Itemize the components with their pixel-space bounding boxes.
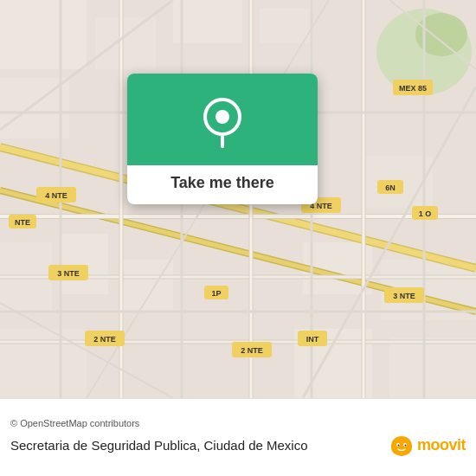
svg-text:3 NTE: 3 NTE xyxy=(393,292,415,300)
svg-text:6N: 6N xyxy=(385,183,396,192)
svg-point-72 xyxy=(391,436,412,455)
svg-text:1P: 1P xyxy=(211,289,221,298)
popup-green-area xyxy=(127,74,318,165)
map-container[interactable]: 4 NTE NTE 4 NTE 3 NTE 1P 2 NTE 2 NTE 3 N… xyxy=(0,0,476,398)
svg-rect-6 xyxy=(260,9,312,43)
svg-text:INT: INT xyxy=(306,335,319,344)
location-name: Secretaria de Seguridad Publica, Ciudad … xyxy=(10,438,308,453)
moovit-brand-text: moovit xyxy=(417,436,466,454)
svg-text:1 O: 1 O xyxy=(419,209,432,218)
moovit-logo[interactable]: moovit xyxy=(389,434,466,458)
map-attribution: © OpenStreetMap contributors xyxy=(10,418,466,428)
svg-rect-3 xyxy=(0,0,87,69)
svg-text:NTE: NTE xyxy=(15,218,30,227)
svg-point-75 xyxy=(397,444,399,446)
svg-rect-4 xyxy=(95,17,156,69)
app: 4 NTE NTE 4 NTE 3 NTE 1P 2 NTE 2 NTE 3 N… xyxy=(0,0,476,476)
svg-text:MEX 85: MEX 85 xyxy=(399,84,427,93)
bottom-row: Secretaria de Seguridad Publica, Ciudad … xyxy=(10,434,466,458)
moovit-icon xyxy=(389,434,414,458)
svg-text:2 NTE: 2 NTE xyxy=(93,335,116,344)
svg-rect-16 xyxy=(389,338,476,398)
take-me-there-button[interactable]: Take me there xyxy=(157,165,288,204)
svg-rect-5 xyxy=(173,0,242,43)
svg-point-76 xyxy=(404,444,406,446)
svg-text:4 NTE: 4 NTE xyxy=(45,191,68,200)
svg-rect-9 xyxy=(61,234,108,294)
popup-card: Take me there xyxy=(127,74,318,204)
info-bar: © OpenStreetMap contributors Secretaria … xyxy=(0,398,476,476)
svg-text:3 NTE: 3 NTE xyxy=(57,269,80,278)
svg-point-69 xyxy=(215,110,229,124)
svg-text:2 NTE: 2 NTE xyxy=(241,346,263,355)
svg-rect-11 xyxy=(0,329,87,398)
location-pin-icon xyxy=(203,98,241,148)
